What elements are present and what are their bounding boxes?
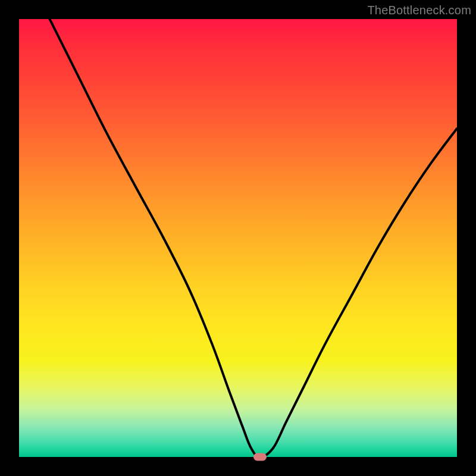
bottleneck-curve-svg	[19, 19, 457, 457]
plot-area	[19, 19, 457, 457]
chart-frame: TheBottleneck.com	[0, 0, 476, 476]
watermark-text: TheBottleneck.com	[367, 4, 471, 17]
bottleneck-curve	[50, 19, 457, 457]
optimal-marker	[253, 453, 267, 461]
